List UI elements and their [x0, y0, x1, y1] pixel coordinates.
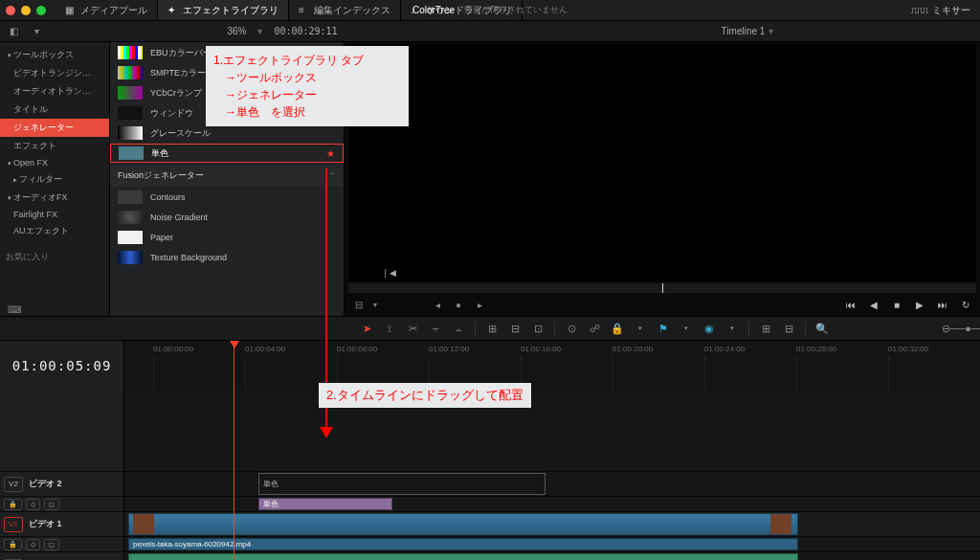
fx-row[interactable]: グレースケール: [110, 123, 344, 143]
loop-icon[interactable]: ↻: [959, 298, 972, 311]
title-bar: ▦ メディアプール ✦ エフェクトライブラリ ≡ 編集インデックス ♪ サウンド…: [0, 0, 980, 21]
empty-clip-placeholder[interactable]: 単色: [258, 473, 546, 495]
insert-tool-icon[interactable]: ⫟: [427, 320, 444, 337]
audio-clip[interactable]: [128, 553, 798, 560]
prev-marker-icon[interactable]: ◂: [431, 298, 444, 311]
marker-icon[interactable]: ◉: [701, 320, 718, 337]
flag-icon[interactable]: ⚑: [655, 320, 672, 337]
window-controls[interactable]: [6, 6, 46, 15]
first-frame-icon[interactable]: ⏮: [844, 298, 858, 311]
overwrite-clip-icon[interactable]: ⊟: [506, 320, 523, 337]
fx-row[interactable]: Paper: [110, 228, 344, 247]
tab-label: メディアプール: [80, 4, 147, 17]
marker-dot-icon[interactable]: ●: [452, 298, 465, 311]
track-a1[interactable]: [124, 551, 980, 560]
insert-clip-icon[interactable]: ⊞: [483, 320, 501, 337]
scrubber[interactable]: [348, 283, 976, 293]
tree-openfx[interactable]: Open FX: [0, 155, 109, 170]
last-frame-icon[interactable]: ⏭: [936, 298, 949, 311]
disable-toggle[interactable]: ◇: [26, 539, 40, 550]
viewer-canvas[interactable]: ❘◀: [348, 44, 976, 281]
fx-row[interactable]: Noise Gradient: [110, 208, 344, 227]
scrub-position[interactable]: [662, 283, 663, 293]
prev-frame-icon[interactable]: ◀: [867, 298, 880, 311]
bin-icon[interactable]: ⊞: [757, 320, 774, 337]
tree-toolbox[interactable]: ツールボックス: [0, 46, 109, 64]
mute-toggle[interactable]: ◻: [44, 539, 59, 550]
track-tag[interactable]: V2: [4, 477, 23, 492]
chevron-down-icon[interactable]: ▾: [678, 320, 695, 337]
track-v1[interactable]: [124, 511, 980, 536]
tab-label: エフェクトライブラリ: [183, 4, 278, 17]
save-status: 変更が保存されていません: [464, 4, 568, 16]
track-header-a1[interactable]: A1 オーディオ 1 2.0: [0, 551, 123, 560]
favorite-star-icon[interactable]: ★: [326, 148, 335, 159]
disable-toggle[interactable]: ◇: [26, 499, 40, 510]
append-tool-icon[interactable]: ⫠: [450, 320, 467, 337]
step-back-icon[interactable]: ❘◀: [382, 268, 396, 278]
zoom-percent[interactable]: 36%: [227, 26, 246, 36]
timeline-name[interactable]: Timeline 1: [722, 26, 766, 36]
fx-label: Texture Background: [150, 253, 227, 262]
panel-toggle-icon[interactable]: ◧: [6, 24, 21, 39]
play-icon[interactable]: ▶: [913, 298, 926, 311]
lock-toggle[interactable]: 🔒: [4, 539, 22, 550]
tree-fairlight[interactable]: Fairlight FX: [0, 207, 109, 222]
tree-generators[interactable]: ジェネレーター: [0, 119, 109, 137]
tree-effects[interactable]: エフェクト: [0, 137, 109, 155]
close-icon[interactable]: [6, 6, 15, 15]
video-clip-label-track[interactable]: pexels-taka-soyama-6020942.mp4: [128, 538, 798, 550]
fx-row[interactable]: Contours: [110, 188, 344, 207]
playhead-icon[interactable]: [230, 341, 239, 348]
tab-effects-library[interactable]: ✦ エフェクトライブラリ: [158, 0, 289, 20]
track-v2[interactable]: 単色: [124, 471, 980, 496]
lock-icon[interactable]: 🔒: [609, 320, 626, 337]
track-header-v1[interactable]: V1 ビデオ 1: [0, 511, 123, 536]
fx-row[interactable]: Texture Background: [110, 248, 344, 267]
timeline-ruler[interactable]: 01:00:00:0001:00:04:0001:00:08:0001:00:1…: [124, 341, 980, 391]
tree-favorites[interactable]: お気に入り: [0, 248, 109, 266]
search-icon[interactable]: 🔍: [813, 320, 831, 337]
stop-icon[interactable]: ■: [890, 298, 903, 311]
chevron-down-icon[interactable]: ▾: [724, 320, 741, 337]
selection-tool-icon[interactable]: ➤: [358, 320, 375, 337]
tab-edit-index[interactable]: ≡ 編集インデックス: [289, 0, 401, 20]
solid-clip[interactable]: 単色: [258, 498, 392, 510]
snap-icon[interactable]: ⊙: [563, 320, 580, 337]
replace-clip-icon[interactable]: ⊡: [529, 320, 546, 337]
chevron-down-icon[interactable]: ▾: [373, 301, 377, 309]
zoom-icon[interactable]: [36, 6, 46, 15]
link-icon[interactable]: ☍: [586, 320, 603, 337]
blade-tool-icon[interactable]: ✂: [404, 320, 421, 337]
bin2-icon[interactable]: ⊟: [780, 320, 797, 337]
track-header-v2[interactable]: V2 ビデオ 2: [0, 471, 123, 496]
track-controls-v1: 🔒 ◇ ◻: [0, 536, 123, 551]
tree-au-effects[interactable]: AUエフェクト: [0, 222, 109, 240]
chevron-down-icon[interactable]: ▾: [632, 320, 649, 337]
video-clip[interactable]: [128, 513, 798, 535]
tree-filters[interactable]: フィルター: [0, 170, 109, 189]
chevron-down-icon[interactable]: ▾: [29, 24, 44, 39]
tree-video-transitions[interactable]: ビデオトランジシ…: [0, 64, 109, 82]
ruler-gridline: [704, 356, 705, 391]
lock-toggle[interactable]: 🔒: [4, 499, 22, 510]
zoom-slider-icon[interactable]: ⊖──●──: [955, 320, 972, 337]
mixer-button[interactable]: ⎍⎍⎍ ミキサー: [911, 4, 970, 17]
tree-audio-transitions[interactable]: オーディオトラン…: [0, 82, 109, 101]
playhead-line[interactable]: [234, 341, 234, 560]
timeline-tracks[interactable]: 01:00:00:0001:00:04:0001:00:08:0001:00:1…: [124, 341, 980, 560]
next-marker-icon[interactable]: ▸: [473, 298, 486, 311]
keyboard-icon[interactable]: ⌨: [0, 299, 29, 320]
tree-audiofx[interactable]: オーディオFX: [0, 189, 109, 207]
tree-titles[interactable]: タイトル: [0, 101, 109, 119]
minimize-icon[interactable]: [21, 6, 31, 15]
fx-row-solid[interactable]: 単色★: [110, 144, 344, 163]
bypass-icon[interactable]: ⊟: [352, 298, 366, 311]
trim-tool-icon[interactable]: ⟟: [381, 320, 398, 337]
tab-media-pool[interactable]: ▦ メディアプール: [56, 0, 158, 20]
fx-category-fusion[interactable]: Fusionジェネレーター⌃: [110, 165, 344, 187]
timecode-display[interactable]: 01:00:05:09: [0, 341, 123, 391]
track-tag[interactable]: V1: [4, 517, 23, 532]
track-v2-sub: 単色: [124, 496, 980, 511]
mute-toggle[interactable]: ◻: [44, 499, 59, 510]
